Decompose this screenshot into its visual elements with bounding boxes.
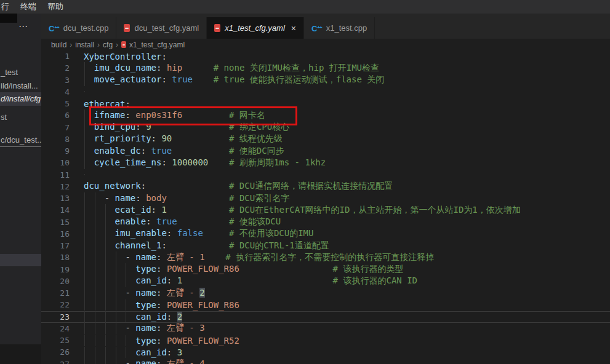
code-line[interactable]: 24 - name: 左臂 - 3 <box>41 323 610 334</box>
code-line[interactable]: 27 - name: 左臂 - 4 <box>41 358 610 364</box>
token: imu_enable <box>84 228 167 238</box>
code-line[interactable]: 20 can_id: 1 # 该执行器的CAN ID <box>41 275 610 287</box>
code-line[interactable]: 6 ifname: enp0s31f6 # 网卡名 <box>41 109 610 121</box>
token: : <box>141 181 146 191</box>
sidebar-item[interactable]: d/install/cfg <box>0 92 41 106</box>
line-number: 22 <box>41 300 70 309</box>
code-line[interactable]: 21 - name: 左臂 - 2 <box>41 287 610 299</box>
token: : <box>161 74 172 84</box>
indent-guide-line <box>84 174 85 175</box>
line-number: 27 <box>41 360 70 364</box>
code-text: imu_enable: false # 不使用该DCU的IMU <box>84 228 313 239</box>
tab-x1_test.cpp[interactable]: C++x1_test.cpp <box>304 17 375 39</box>
code-text: - name: body # DCU索引名字 <box>84 193 289 204</box>
code-line[interactable]: 12dcu_network: # DCU通信网络，请根据实机连接情况配置 <box>41 181 610 192</box>
tab-dcu_test.cpp[interactable]: C++dcu_test.cpp <box>41 17 116 39</box>
line-number: 3 <box>41 76 70 85</box>
indent-guide-line <box>84 109 85 122</box>
line-number: 14 <box>41 205 70 215</box>
more-actions-icon[interactable]: ⋯ <box>18 21 28 32</box>
code-text: - name: 左臂 - 2 <box>84 288 205 299</box>
token <box>182 275 332 285</box>
code-line[interactable]: 16 imu_enable: false # 不使用该DCU的IMU <box>41 228 610 240</box>
menubar-item[interactable]: 终端 <box>15 0 42 14</box>
indent-guide-line <box>84 347 85 358</box>
code-line[interactable]: 15 enable: true # 使能该DCU <box>41 216 610 228</box>
code-text: type: POWER_FLOW_R86 # 该执行器的类型 <box>84 264 403 275</box>
line-number: 10 <box>41 158 70 167</box>
line-number: 7 <box>41 123 70 132</box>
indent-guide-line <box>116 299 116 311</box>
menubar-item[interactable]: 帮助 <box>42 0 69 14</box>
indent-guide-line <box>84 311 85 322</box>
code-line[interactable]: 17 channel_1: # DCU的CTRL-1通道配置 <box>41 240 610 251</box>
code-line[interactable]: 18 - name: 左臂 - 1 # 执行器索引名字，不需要控制的执行器可直接… <box>41 251 610 263</box>
sidebar-item[interactable]: st <box>0 111 41 124</box>
code-text: channel_1: # DCU的CTRL-1通道配置 <box>84 240 329 251</box>
menubar-item[interactable]: 行 <box>0 0 15 14</box>
indent-guide-line <box>126 347 126 358</box>
indent-guide-line <box>105 228 106 240</box>
token: dcu_network <box>84 181 141 191</box>
token: : <box>156 300 167 310</box>
token: # 绑定CPU核心 <box>229 122 289 132</box>
token: 左臂 - <box>167 288 199 298</box>
indent-guide-line <box>84 133 85 145</box>
token: bind_cpu <box>84 122 135 132</box>
sidebar-item[interactable]: _test <box>0 66 41 79</box>
sidebar-item[interactable]: c/dcu_test... <box>0 133 41 147</box>
code-line[interactable]: 19 type: POWER_FLOW_R86 # 该执行器的类型 <box>41 264 610 275</box>
breadcrumb-file[interactable]: x1_test_cfg.yaml <box>129 41 185 49</box>
token: rt_priority <box>84 133 151 143</box>
line-number: 5 <box>41 99 70 108</box>
breadcrumb-item[interactable]: cfg <box>103 41 113 49</box>
code-line[interactable]: 23 can_id: 2 <box>41 311 610 323</box>
indent-guide-line <box>95 347 95 358</box>
code-line[interactable]: 22 type: POWER_FLOW_R86 <box>41 299 610 311</box>
code-text: enable: true # 使能该DCU <box>84 216 281 228</box>
token: : <box>156 288 167 298</box>
tab-dcu_test_cfg.yaml[interactable]: dcu_test_cfg.yaml <box>116 17 207 39</box>
sidebar-selected-empty-row[interactable] <box>0 254 41 266</box>
indent-guide-line <box>95 240 95 252</box>
token: name <box>115 193 136 203</box>
token <box>172 133 229 143</box>
code-line[interactable]: 5ethercat: <box>41 98 610 109</box>
editor-code-area[interactable]: 1XyberController:2 imu_dcu_name: hip # n… <box>41 50 610 364</box>
yaml-file-icon <box>121 41 126 48</box>
code-line[interactable]: 8 rt_priority: 90 # 线程优先级 <box>41 133 610 145</box>
code-line[interactable]: 3 move_actuator: true # true 使能执行器运动测试，f… <box>41 74 610 86</box>
token <box>167 193 229 203</box>
code-line[interactable]: 25 type: POWER_FLOW_R52 <box>41 334 610 346</box>
code-line[interactable]: 11 <box>41 169 610 181</box>
line-number: 21 <box>41 288 70 298</box>
tab-close-icon[interactable]: × <box>291 24 296 33</box>
tab-label: x1_test.cpp <box>326 23 367 33</box>
indent-guide-line <box>116 263 116 275</box>
tab-x1_test_cfg.yaml[interactable]: x1_test_cfg.yaml× <box>207 17 304 39</box>
token: ifname <box>84 110 125 120</box>
line-number: 16 <box>41 229 70 239</box>
code-line[interactable]: 1XyberController: <box>41 50 610 62</box>
line-number: 18 <box>41 253 70 262</box>
breadcrumb-separator-icon: › <box>97 41 100 49</box>
code-rows: 1XyberController:2 imu_dcu_name: hip # n… <box>41 50 610 364</box>
code-line[interactable]: 10 cycle_time_ns: 1000000 # 刷新周期1ms - 1k… <box>41 157 610 168</box>
code-line[interactable]: 9 enable_dc: true # 使能DC同步 <box>41 145 610 157</box>
token: : <box>156 63 167 73</box>
code-line[interactable]: 7 bind_cpu: 9 # 绑定CPU核心 <box>41 122 610 133</box>
code-text: - name: 左臂 - 3 <box>84 323 205 334</box>
code-line[interactable]: 4 <box>41 86 610 98</box>
token: ethercat <box>84 99 125 109</box>
code-line[interactable]: 13 - name: body # DCU索引名字 <box>41 192 610 204</box>
indent-guide-line <box>84 91 85 92</box>
breadcrumb-item[interactable]: install <box>75 41 94 49</box>
sidebar-item[interactable]: ild/install... <box>0 79 41 93</box>
code-line[interactable]: 26 can_id: 3 <box>41 346 610 358</box>
token: : <box>167 347 177 357</box>
code-line[interactable]: 2 imu_dcu_name: hip # none 关闭IMU检查，hip 打… <box>41 62 610 74</box>
token: name <box>135 252 156 262</box>
code-line[interactable]: 14 ecat_id: 1 # DCU在EtherCAT网络中的ID，从主站开始… <box>41 204 610 216</box>
breadcrumb-item[interactable]: build <box>51 41 66 49</box>
tab-label: dcu_test_cfg.yaml <box>134 23 199 33</box>
